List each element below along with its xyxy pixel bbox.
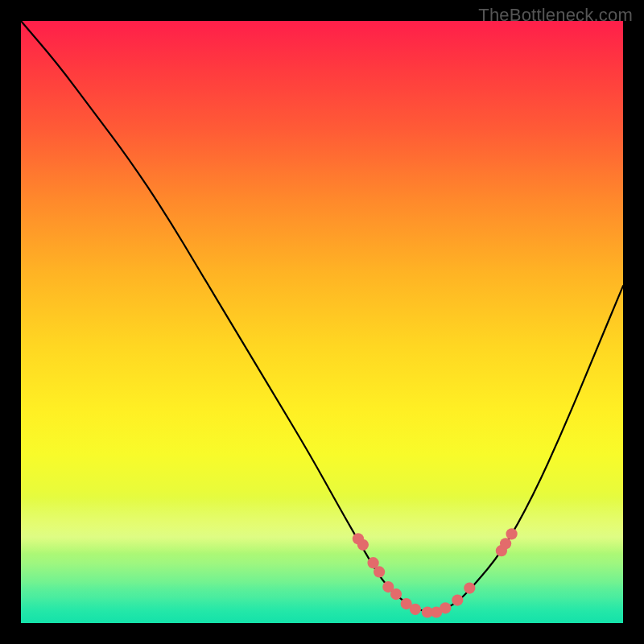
sample-dot: [452, 595, 463, 606]
chart-background-gradient: [21, 21, 623, 623]
sample-dot: [464, 583, 475, 594]
watermark-text: TheBottleneck.com: [478, 5, 633, 26]
sample-dot: [506, 528, 518, 539]
sample-dot: [357, 539, 369, 551]
sample-dot: [390, 588, 402, 600]
chart-svg: [21, 21, 623, 623]
sample-dots-group: [353, 528, 518, 617]
bottleneck-curve: [21, 21, 623, 611]
sample-dot: [440, 602, 451, 613]
chart-frame: TheBottleneck.com: [0, 0, 644, 644]
sample-dot: [374, 566, 385, 577]
sample-dot: [410, 604, 421, 615]
sample-dot: [500, 538, 511, 549]
